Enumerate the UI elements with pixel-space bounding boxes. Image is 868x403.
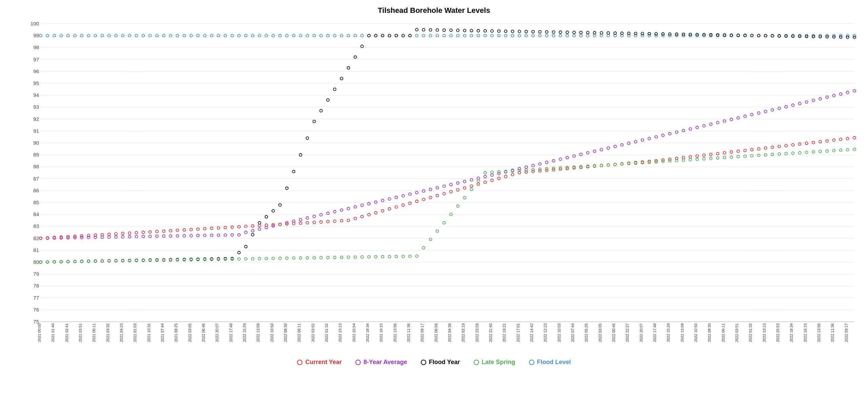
legend-label: Flood Level — [537, 359, 571, 366]
legend-item: Late Spring — [474, 359, 515, 366]
legend-item: 8-Year Average — [355, 359, 407, 366]
legend-dot — [529, 360, 534, 365]
legend-item: Current Year — [297, 359, 342, 366]
legend-dot — [355, 360, 361, 365]
legend-item: Flood Year — [421, 359, 460, 366]
legend-dot — [421, 360, 426, 365]
chart-area — [24, 17, 861, 342]
chart-container: Tilshead Borehole Water Levels Current Y… — [0, 0, 868, 403]
legend-dot — [297, 360, 302, 365]
legend-label: Flood Year — [429, 359, 460, 366]
legend-item: Flood Level — [529, 359, 571, 366]
legend-dot — [474, 360, 479, 365]
legend-label: 8-Year Average — [363, 359, 407, 366]
legend-label: Late Spring — [482, 359, 515, 366]
legend-label: Current Year — [305, 359, 342, 366]
chart-legend: Current Year8-Year AverageFlood YearLate… — [0, 359, 868, 366]
chart-title: Tilshead Borehole Water Levels — [0, 0, 868, 15]
